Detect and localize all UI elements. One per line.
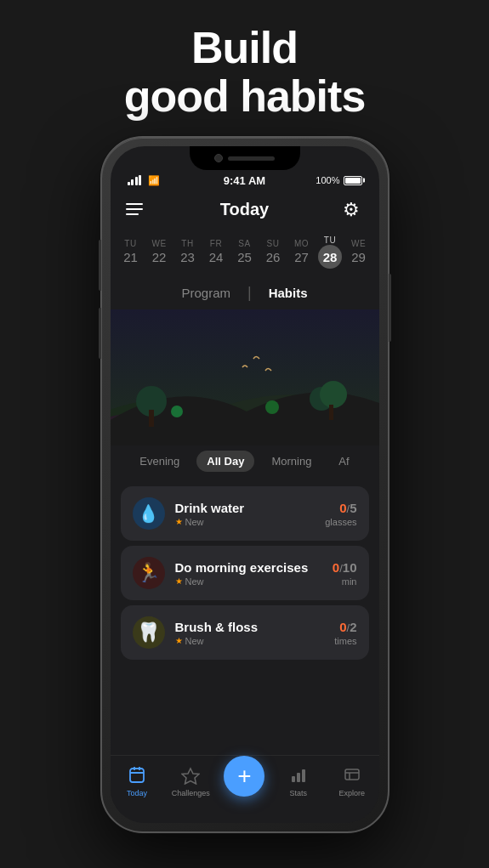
svg-rect-16 [292,776,295,782]
counter-total-water: 5 [350,501,356,515]
hero-title: Build good habits [124,24,366,121]
scene-illustration [111,309,379,445]
status-left: 📶 [128,175,161,186]
counter-unit-exercise: min [333,576,357,587]
habit-name-brush: Brush & floss [175,620,325,634]
calendar-row: TU 21 WE 22 TH 23 FR 24 SA 25 SU 26 [111,228,379,275]
page-title: Today [220,200,269,219]
hero-line1: Build [191,23,298,72]
phone-mockup: 📶 9:41 AM 100% Today ⚙ TU 2 [100,136,389,833]
svg-marker-15 [182,769,199,784]
bottom-nav: Today Challenges + [111,755,379,823]
svg-rect-5 [149,410,154,427]
nav-label-stats: Stats [289,789,307,797]
habit-icon-brush: 🦷 [133,616,165,649]
nav-stats[interactable]: Stats [275,764,321,797]
app-header: Today ⚙ [111,190,379,228]
svg-point-10 [265,400,279,414]
nav-fab[interactable]: + [221,764,268,797]
cal-day-3[interactable]: FR 24 [202,239,230,264]
svg-point-7 [320,381,347,408]
status-right: 100% [316,175,361,185]
habit-list: 💧 Drink water ★ New 0/5 glasses � [111,483,379,663]
habit-item-exercise[interactable]: 🏃 Do morning exercises ★ New 0/10 min [121,546,369,600]
cal-day-2[interactable]: TH 23 [174,239,202,264]
habit-item-water[interactable]: 💧 Drink water ★ New 0/5 glasses [121,486,369,541]
habit-icon-exercise: 🏃 [133,557,165,589]
signal-icon [128,175,142,185]
svg-point-9 [171,406,183,417]
nav-label-explore: Explore [339,789,366,797]
cal-day-1[interactable]: WE 22 [145,239,173,264]
star-icon-2: ★ [175,576,183,586]
status-time: 9:41 AM [224,174,265,187]
filter-morning[interactable]: Morning [261,451,321,472]
notch-speaker [228,156,275,161]
nav-today[interactable]: Today [114,764,161,797]
cal-day-7-active[interactable]: TU 28 [316,235,344,269]
counter-total-exercise: 10 [343,560,357,575]
star-icon-3: ★ [175,636,183,645]
habit-name-water: Drink water [175,501,316,515]
filter-tabs: Evening All Day Morning Af [111,445,379,476]
svg-rect-19 [345,769,359,780]
nav-label-today: Today [127,789,147,797]
filter-allday[interactable]: All Day [196,451,254,472]
tab-habits[interactable]: Habits [252,279,325,307]
counter-total-brush: 2 [350,620,356,634]
cal-day-5[interactable]: SU 26 [259,239,287,264]
filter-evening[interactable]: Evening [129,451,190,472]
nav-challenges[interactable]: Challenges [168,764,214,797]
svg-rect-17 [297,773,300,782]
new-label-2: New [185,576,204,587]
settings-icon[interactable]: ⚙ [343,199,363,219]
counter-current-brush: 0 [339,620,346,634]
habit-item-brush[interactable]: 🦷 Brush & floss ★ New 0/2 times [121,605,369,660]
phone-screen: 📶 9:41 AM 100% Today ⚙ TU 2 [111,146,379,823]
svg-rect-18 [302,769,305,782]
counter-unit-brush: times [334,636,356,646]
filter-af[interactable]: Af [328,451,359,472]
svg-rect-8 [329,405,333,420]
notch-camera [214,154,223,162]
nav-label-challenges: Challenges [172,789,210,797]
new-label-3: New [185,636,204,646]
habit-icon-water: 💧 [133,497,165,530]
battery-percent: 100% [316,175,339,185]
counter-current-water: 0 [339,501,346,515]
menu-button[interactable] [126,199,146,219]
svg-rect-11 [130,769,144,782]
phone-notch [190,146,300,170]
cal-day-0[interactable]: TU 21 [117,239,145,264]
view-tabs: Program | Habits [111,275,379,309]
tab-program[interactable]: Program [164,279,247,307]
new-label: New [185,517,204,527]
counter-unit-water: glasses [325,517,356,527]
cal-day-8[interactable]: WE 29 [345,239,372,264]
status-bar: 📶 9:41 AM 100% [111,170,379,190]
counter-current-exercise: 0 [333,560,339,575]
habit-name-exercise: Do morning exercises [175,560,322,575]
hero-section: Build good habits [124,0,366,136]
battery-icon [344,176,362,185]
add-button[interactable]: + [224,756,264,797]
nav-explore[interactable]: Explore [328,764,375,797]
wifi-icon: 📶 [148,175,160,186]
hero-line2: good habits [124,71,366,121]
cal-day-4[interactable]: SA 25 [231,239,259,264]
cal-day-6[interactable]: MO 27 [288,239,316,264]
star-icon: ★ [175,517,183,526]
